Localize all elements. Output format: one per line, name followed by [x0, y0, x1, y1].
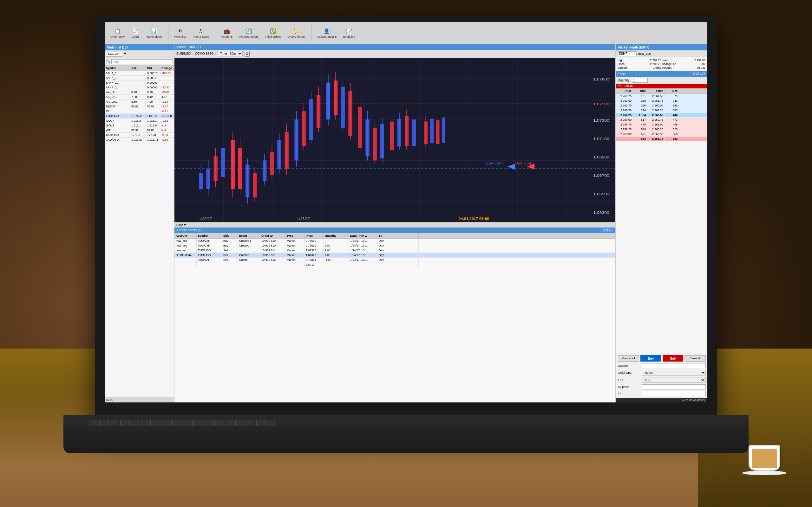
toolbar-market-depth[interactable]: 📊 Market depth: [143, 27, 165, 40]
list-item[interactable]: 6AH7_0...0.00015-400.00: [105, 71, 174, 76]
price-chart: 1.07600 1.07500 1.07300 1.07100 1.06900 …: [174, 58, 615, 222]
list-item[interactable]: AA_190...5.607.20-1.33: [105, 100, 174, 104]
info-change: Change %: -0.02: [662, 62, 706, 66]
orders-filter[interactable]: 7 filter: [602, 228, 613, 232]
orders-table-header: Account Symbol Side Event Order ID Type …: [174, 233, 615, 239]
list-selector-icon[interactable]: ▼: [123, 52, 127, 57]
list-item[interactable]: AA_19...0.480.20-30.00: [105, 90, 174, 95]
instrument-row: new_acc: [616, 50, 707, 57]
svg-text:1.06300: 1.06300: [594, 210, 609, 215]
depth-row[interactable]: 2 259.754282 263.00498: [616, 122, 707, 127]
toolbar-positions[interactable]: 💼 Positions: [218, 27, 235, 40]
toolbar-event-log[interactable]: 📝 Event log: [341, 27, 358, 40]
svg-text:1.07300: 1.07300: [594, 118, 609, 123]
depth-row[interactable]: 2 260.753202 262.00286: [616, 103, 707, 108]
table-row[interactable]: DEMO-8544EUR/USDSellCreated 10 909 811Ma…: [174, 253, 615, 258]
list-item[interactable]: BRENT55.8155.59-3.57: [105, 104, 174, 109]
list-item-eurusd[interactable]: EUR/USD1.07452113.372113.350: [105, 114, 174, 118]
list-item[interactable]: AA_19...7.500.424.17: [105, 95, 174, 100]
order-type-select[interactable]: Market: [642, 370, 706, 376]
buy-button[interactable]: Buy: [641, 355, 661, 361]
col-tif[interactable]: TIF: [377, 233, 393, 238]
sl-input[interactable]: 0.25: [642, 384, 706, 389]
toolbar-time-sales[interactable]: ⏱ Time & Sales: [190, 27, 212, 40]
toolbar-working-orders[interactable]: 🔄 Working orders: [237, 27, 261, 40]
col-side[interactable]: Side: [222, 233, 238, 238]
list-item[interactable]: XAG/USD17.13817.120-0.08: [105, 133, 174, 137]
depth-row[interactable]: 2 261.251512 261.5079: [616, 94, 707, 99]
toolbar-chart[interactable]: 📈 Chart: [129, 27, 142, 40]
new-list-btn[interactable]: New list1: [106, 52, 122, 57]
spread-value: 1 ticks: [653, 66, 661, 69]
depth-row[interactable]: 2 260.006172 262.75472: [616, 118, 707, 122]
list-item[interactable]: 6AH7_0...0.00010: [105, 76, 174, 80]
depth-row[interactable]: 2 259.255492 263.25523: [616, 127, 707, 132]
tp-input[interactable]: 0.25: [642, 391, 706, 396]
list-item[interactable]: 6AH7_0...0.00000-33.33: [105, 85, 174, 90]
col-type[interactable]: Type: [286, 233, 305, 238]
col-bid-price: Price: [616, 89, 633, 94]
col-symbol[interactable]: Symbol: [197, 233, 222, 238]
info-open: Open: 2 280.75: [618, 62, 661, 66]
chart-sep-2: |: [215, 52, 216, 55]
main-content: Watchlist (17) New list1 ▼ 🔍 Symbol Ask …: [105, 44, 707, 402]
depth-row[interactable]: 2 260.502742 262.25363: [616, 108, 707, 113]
trading-platform: 📋 Order entry 📈 Chart 📊 Market depth 👁 W…: [105, 22, 707, 402]
chart-timeframe-select[interactable]: Time - 30m: [217, 51, 243, 56]
col-price[interactable]: Price: [305, 233, 323, 238]
quantity-label: Quantity:: [618, 364, 640, 367]
filter-input[interactable]: [111, 59, 173, 64]
watchlist-label: Watchlist: [174, 35, 186, 38]
cancel-all-button[interactable]: Cancel all: [618, 355, 639, 361]
chart-panel: Chart: EUR/USD EUR/USD | DEMO-8544 | Tim…: [174, 44, 615, 402]
table-row[interactable]: AUD/CHFSellCreatc 10 909 812Market0.7581…: [174, 258, 615, 262]
depth-row[interactable]: 2 259.005512 263.50565: [616, 132, 707, 136]
chart-settings-btn[interactable]: ⚙: [245, 51, 250, 57]
qty-row: Quantity: 1: [616, 77, 707, 83]
table-row[interactable]: new_accAUD/CHFBuyCreated | 10 909 810Mar…: [174, 239, 615, 243]
toolbar-order-entry[interactable]: 📋 Order entry: [108, 27, 128, 40]
toolbar-orders-history[interactable]: 📜 Orders history: [285, 27, 308, 40]
tp-row: TP: 0.25: [618, 391, 706, 396]
account-label: Account details: [317, 35, 337, 38]
depth-row[interactable]: 2 261.002502 261.75243: [616, 99, 707, 103]
chart-period-select[interactable]: Daily ▼: [176, 223, 186, 227]
orders-history-title: Orders history (60): [177, 228, 203, 232]
symbol-input[interactable]: [618, 51, 637, 56]
chart-controls: EUR/USD | DEMO-8544 | Time - 30m ⚙: [174, 50, 615, 58]
qty-input[interactable]: 1: [632, 78, 648, 83]
col-account[interactable]: Account: [174, 233, 197, 238]
sell-button[interactable]: Sell: [663, 355, 683, 361]
list-item[interactable]: WTI52.9752.85N/A: [105, 128, 174, 133]
filled-orders-icon: ✅: [269, 28, 277, 35]
toolbar-sep-1: [168, 25, 168, 41]
close-all-button[interactable]: Close all: [684, 355, 706, 361]
list-item[interactable]: 6AH7_0...0.00000: [105, 80, 174, 85]
chart-title: Chart: EUR/USD: [177, 45, 201, 49]
table-row[interactable]: new_accAUD/CHFBuyCreated 10 909 810Marke…: [174, 243, 615, 248]
table-row[interactable]: new_accEUR/USDSell 10 909 811Market1.073…: [174, 248, 615, 253]
col-order-id[interactable]: Order ID: [260, 233, 286, 238]
list-item[interactable]: GCQ71 213.21 213.1-1.32: [105, 118, 174, 123]
chart-label: Chart: [132, 35, 139, 38]
list-item[interactable]: GCM71 216.11 215.9N/A: [105, 123, 174, 128]
depth-row-highlight[interactable]: 2 260.251 1642 262.50440: [616, 113, 707, 118]
tif-select[interactable]: IOC: [642, 377, 706, 383]
cup-saucer: [742, 470, 786, 475]
toolbar-filled-orders[interactable]: ✅ Filled orders: [263, 27, 284, 40]
toolbar-account-details[interactable]: 👤 Account details: [315, 27, 339, 40]
order-action-buttons: Cancel all Buy Sell Close all: [618, 355, 706, 361]
col-event[interactable]: Event: [238, 233, 260, 238]
quantity-field[interactable]: 1: [642, 363, 706, 368]
laptop-keyboard: [63, 415, 749, 453]
col-quantity[interactable]: Quantity: [323, 233, 349, 238]
list-item[interactable]: XAU/USD1 213.871 213.71-0.36: [105, 137, 174, 142]
depth-table-header: Price Size Price Size: [616, 89, 707, 94]
list-item[interactable]: CL...-0.11: [105, 109, 174, 114]
depth-row-sell[interactable]: 6332 263.75632: [616, 136, 707, 141]
table-row[interactable]: 223.11: [174, 262, 615, 267]
pl-display: P/L: -25.00: [616, 83, 707, 89]
toolbar-watchlist[interactable]: 👁 Watchlist: [171, 27, 188, 40]
svg-rect-76: [430, 118, 434, 143]
col-datetime[interactable]: Date/Time ▲: [349, 233, 377, 238]
